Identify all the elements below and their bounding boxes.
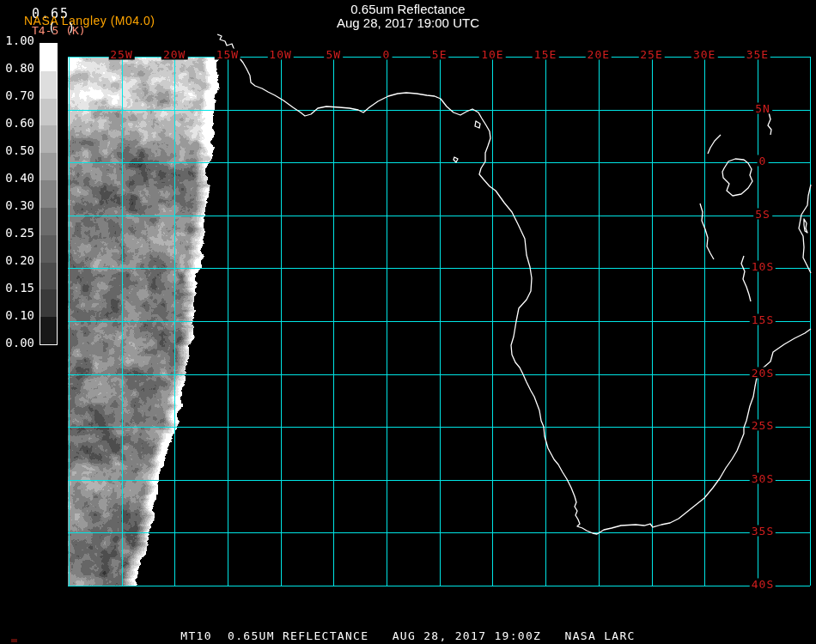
reflectance-colorbar — [40, 43, 58, 345]
colorbar-tick-label: 0.00 — [2, 337, 34, 349]
lake-malawi — [741, 256, 751, 301]
colorbar-tick-label: 0.25 — [2, 227, 34, 239]
colorbar-tick-label: 0.70 — [2, 89, 34, 101]
satellite-display: 25W20W15W10W5W05E10E15E20E25E30E35E5N05S… — [0, 0, 816, 644]
lake-victoria — [722, 159, 752, 196]
colorbar-tick-label: 0.20 — [2, 254, 34, 266]
cursor-mark — [11, 639, 17, 642]
colorbar-tick-label: 0.60 — [2, 117, 34, 129]
colorbar-tick-label: 0.10 — [2, 309, 34, 321]
bioko-island — [475, 121, 480, 128]
temp-channel-label: T4-5 (K) — [32, 24, 86, 37]
lake-tanganyika — [700, 204, 714, 259]
grid-coastline-overlay — [0, 0, 816, 644]
sao-tome-island — [454, 157, 458, 162]
coastline-layer — [217, 34, 811, 534]
zanzibar-island — [804, 219, 807, 233]
colorbar-tick-label: 0.15 — [2, 282, 34, 294]
latlon-grid — [68, 57, 811, 586]
colorbar-tick-label: 0.40 — [2, 172, 34, 184]
africa-west-south-coastline — [217, 34, 811, 534]
lake-turkana — [768, 112, 771, 135]
colorbar-tick-label: 0.30 — [2, 199, 34, 211]
colorbar-tick-label: 0.80 — [2, 62, 34, 74]
colorbar-tick-label: 0.50 — [2, 144, 34, 156]
colorbar-tick-label: 1.00 — [2, 34, 34, 46]
lake-albert — [708, 135, 721, 154]
footer-caption: MT10 0.65UM REFLECTANCE AUG 28, 2017 19:… — [0, 629, 816, 642]
